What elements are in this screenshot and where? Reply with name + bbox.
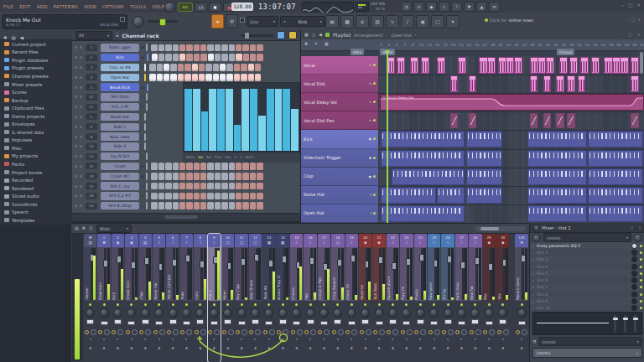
route-arrow-icon[interactable]: ▲	[144, 345, 147, 349]
automation-clip-small[interactable]	[530, 113, 538, 128]
link-channels-icon[interactable]: ∞	[211, 14, 224, 28]
pan-knob[interactable]	[100, 308, 109, 318]
mixer-strip-sidechain[interactable]: 1✱Sidechain▲	[97, 234, 110, 362]
touch-icon[interactable]: ✦	[446, 15, 460, 28]
audio-clip[interactable]	[514, 57, 522, 74]
plugin-picker-icon[interactable]: Ψ	[226, 14, 238, 28]
mixer-strip-drops-pad[interactable]: 17♪Drops + Pad▲	[318, 234, 330, 362]
mixer-icon[interactable]: ∿	[386, 15, 399, 28]
fx-ring-icon[interactable]	[461, 329, 467, 335]
step-cell[interactable]	[250, 183, 256, 190]
mixer-strip-solo-drop[interactable]: 27♪Solo Drop▲	[455, 234, 468, 362]
win-min[interactable]: –	[627, 18, 629, 22]
mute-led[interactable]	[75, 96, 77, 98]
step-sequencer-row[interactable]	[151, 173, 262, 180]
step-cell[interactable]	[213, 64, 219, 71]
channel-button[interactable]: SFX Dnto	[101, 93, 139, 101]
solo-led[interactable]	[80, 145, 82, 147]
fx-min[interactable]: –	[623, 225, 625, 230]
audio-clip[interactable]	[591, 57, 600, 74]
step-cell[interactable]	[221, 173, 227, 180]
browser-tool-icon-2[interactable]: ◀	[20, 27, 23, 43]
stereo-sep-slider[interactable]	[169, 319, 177, 324]
step-cell[interactable]	[257, 163, 262, 170]
browser-tool-icon-1[interactable]: ▤	[12, 27, 16, 43]
pan-knob[interactable]	[361, 308, 370, 318]
metronome-icon[interactable]: ◆	[426, 2, 437, 12]
step-sequencer-row[interactable]	[151, 193, 262, 200]
step-cell[interactable]	[151, 163, 157, 170]
step-cell[interactable]	[186, 173, 192, 180]
track-header-kick[interactable]: Kick◉	[301, 130, 378, 148]
pattern-clip[interactable]	[381, 131, 465, 147]
track-enable-led[interactable]	[373, 64, 376, 66]
step-cell[interactable]	[152, 54, 158, 61]
automation-clip-small[interactable]	[543, 113, 552, 128]
step-cell[interactable]	[179, 193, 185, 200]
channel-button[interactable]: FLS..n fff	[101, 103, 139, 111]
bpm-display[interactable]: 128.00	[231, 3, 253, 11]
effect-slot-4[interactable]: ▸Slot 4	[530, 263, 644, 270]
solo-led[interactable]	[80, 106, 82, 108]
graph-target-pan[interactable]: Pan	[225, 155, 231, 159]
step-cell[interactable]	[229, 193, 235, 200]
track-enable-led[interactable]	[373, 119, 376, 122]
step-cell[interactable]	[158, 54, 164, 61]
step-sequencer-row[interactable]	[149, 74, 261, 81]
slot-mix-knob[interactable]	[631, 305, 637, 311]
fx-ring-icon[interactable]	[200, 329, 206, 335]
countdown-icon[interactable]: ◔	[401, 2, 412, 12]
mute-led[interactable]	[75, 175, 77, 178]
track-enable-led[interactable]	[373, 82, 376, 85]
fx-close[interactable]: ×	[638, 225, 641, 230]
slot-enable-led[interactable]	[640, 293, 642, 296]
mute-led[interactable]	[392, 303, 394, 306]
stereo-sep-slider[interactable]	[127, 321, 135, 326]
route-arrow-icon[interactable]: ▲	[185, 345, 188, 349]
step-cell[interactable]	[151, 173, 157, 180]
graph-target-vol[interactable]: Vol	[198, 155, 203, 159]
fx-ring-icon[interactable]	[351, 329, 357, 335]
step-cell[interactable]	[257, 183, 262, 190]
step-cell[interactable]	[236, 44, 242, 52]
news-hint[interactable]: Click for online news	[485, 18, 533, 23]
track-enable-led[interactable]	[373, 194, 376, 196]
step-cell[interactable]	[229, 173, 235, 180]
step-cell[interactable]	[250, 54, 256, 61]
menu-help[interactable]: HELP	[153, 4, 165, 9]
fx-ring-icon[interactable]	[242, 329, 247, 335]
step-cell[interactable]	[170, 64, 176, 71]
mixer-strip-chords[interactable]: 15♪Chords▲	[290, 234, 303, 362]
pan-knob[interactable]	[444, 308, 453, 318]
browser-item-il-shared-data[interactable]: IL shared data	[0, 128, 72, 137]
browser-item-packs[interactable]: Packs	[0, 160, 72, 168]
step-cell[interactable]	[200, 173, 206, 180]
fx-ring-icon[interactable]	[283, 329, 288, 335]
marker-chorus[interactable]: Chorus	[557, 49, 574, 55]
audio-clip[interactable]	[543, 75, 552, 92]
fx-ring-icon[interactable]	[104, 329, 110, 335]
step-cell[interactable]	[173, 183, 179, 190]
track-lane-7[interactable]	[378, 186, 644, 205]
browser-item-envelopes[interactable]: Envelopes	[0, 120, 72, 128]
piano-roll-preview[interactable]	[183, 82, 300, 152]
step-cell[interactable]	[165, 193, 171, 200]
mixer-strip-master[interactable]: M▤Master▲	[84, 234, 96, 362]
stereo-sep-slider[interactable]	[142, 319, 149, 324]
step-cell[interactable]	[234, 64, 240, 71]
fx-ring-icon[interactable]	[255, 329, 261, 335]
route-arrow-icon[interactable]: ▲	[89, 345, 91, 349]
graph-target-rel[interactable]: Rel	[206, 155, 211, 159]
step-sequencer-row[interactable]	[151, 163, 262, 170]
pl-min[interactable]: –	[621, 33, 622, 37]
win-max[interactable]: □	[631, 18, 635, 22]
effect-slot-8[interactable]: ▸Slot 8	[530, 291, 644, 297]
step-cell[interactable]	[250, 163, 256, 170]
mute-led[interactable]	[75, 76, 77, 79]
win-close[interactable]: ×	[637, 18, 641, 22]
mute-led[interactable]	[521, 303, 523, 306]
mute-led[interactable]	[75, 136, 77, 138]
step-cell[interactable]	[179, 163, 185, 170]
step-cell[interactable]	[199, 74, 205, 81]
step-cell[interactable]	[229, 183, 235, 190]
